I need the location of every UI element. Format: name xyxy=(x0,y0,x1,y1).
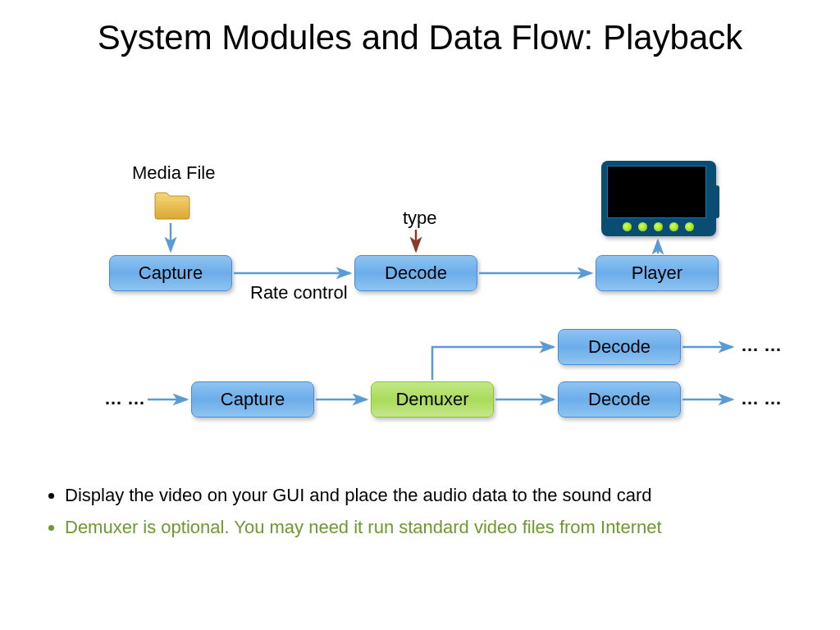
bullet-list: Display the video on your GUI and place … xyxy=(45,484,662,547)
type-label: type xyxy=(403,208,437,229)
rate-control-label: Rate control xyxy=(250,282,348,304)
capture2-box: Capture xyxy=(191,381,314,418)
decode-box: Decode xyxy=(354,255,477,291)
bullet-1: Display the video on your GUI and place … xyxy=(65,484,662,508)
media-file-label: Media File xyxy=(132,162,215,184)
player-box: Player xyxy=(596,255,719,291)
folder-icon xyxy=(153,190,191,220)
demuxer-box: Demuxer xyxy=(371,381,494,418)
decode3-box: Decode xyxy=(558,381,681,418)
media-player-icon xyxy=(601,161,716,236)
decode2-box: Decode xyxy=(558,329,681,365)
slide-title: System Modules and Data Flow: Playback xyxy=(0,18,840,57)
ellipsis-right-1: … … xyxy=(741,335,782,356)
ellipsis-left: … … xyxy=(104,388,145,409)
bullet-2: Demuxer is optional. You may need it run… xyxy=(65,516,662,540)
ellipsis-right-2: … … xyxy=(741,388,782,409)
capture-box: Capture xyxy=(109,255,232,291)
